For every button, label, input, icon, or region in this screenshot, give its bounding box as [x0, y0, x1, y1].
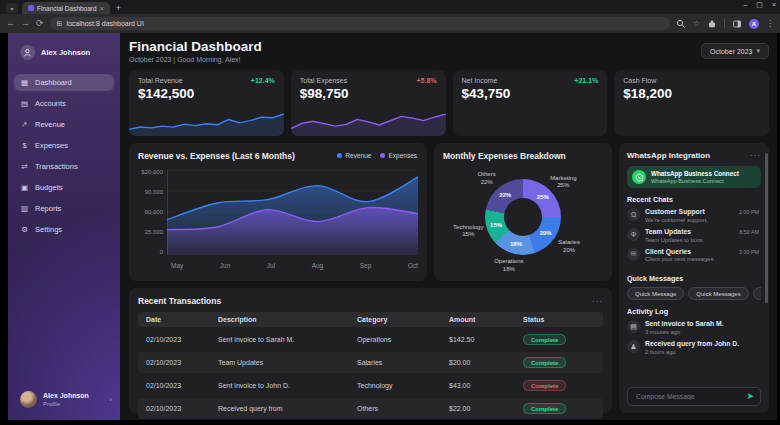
- table-row[interactable]: 02/10/2023Sent invoice to Sarah M.Operat…: [138, 329, 603, 350]
- person-icon: ♟: [627, 340, 640, 353]
- stat-value: $43,750: [462, 86, 599, 101]
- tab-search-chevron-icon[interactable]: [6, 3, 18, 13]
- stat-card-top: Net Income+21.1%: [462, 77, 599, 84]
- cell-amount: $43.00: [449, 382, 523, 389]
- sidebar-item-settings[interactable]: ⚙Settings: [14, 221, 114, 238]
- reload-icon[interactable]: ⟳: [36, 19, 44, 28]
- url-bar[interactable]: localhost:8 dashboard UI: [50, 17, 670, 30]
- sidebar-item-transactions[interactable]: ⇄Transactions: [14, 158, 114, 175]
- whatsapp-title: WhatsApp Integration: [627, 151, 710, 160]
- side-panel-icon[interactable]: [732, 19, 742, 29]
- quick-message-pill[interactable]: Quick Messages: [688, 287, 748, 300]
- period-dropdown[interactable]: October 2023: [701, 43, 769, 59]
- stat-value: $18,200: [623, 86, 760, 101]
- y-tick-label: 25,000: [145, 229, 163, 235]
- page-title: Financial Dashboard: [129, 39, 262, 54]
- new-tab-button[interactable]: [116, 4, 121, 13]
- area-chart: [167, 169, 418, 255]
- x-tick-label: Jul: [267, 262, 275, 269]
- status-badge: Complete: [523, 380, 566, 391]
- sidebar-item-accounts[interactable]: ▤Accounts: [14, 95, 114, 112]
- activity-text: Sent invoice to Sarah M.: [645, 320, 724, 329]
- browser-menu-icon[interactable]: [766, 19, 774, 28]
- grid-icon: ▦: [20, 78, 29, 87]
- quick-messages-heading: Quick Messages: [627, 274, 761, 283]
- forward-icon[interactable]: →: [21, 19, 30, 28]
- send-icon[interactable]: [746, 392, 754, 401]
- extensions-icon[interactable]: [707, 19, 717, 29]
- bookmark-star-icon[interactable]: ☆: [693, 20, 700, 28]
- activity-text: Received query from John D.: [645, 340, 739, 349]
- donut-slice-label: Marketing25%: [550, 174, 576, 189]
- maximize-icon[interactable]: ▢: [756, 1, 763, 9]
- cell-category: Salaries: [357, 359, 449, 366]
- chat-item-customer-support[interactable]: ΩCustomer SupportWe're customer support.…: [627, 208, 761, 223]
- cell-amount: $142.50: [449, 336, 523, 343]
- cell-description: Sent invoice to Sarah M.: [218, 336, 357, 343]
- site-info-icon[interactable]: [57, 20, 63, 28]
- sidebar-item-label: Expenses: [35, 141, 68, 150]
- chat-item-team-updates[interactable]: ΦTeam UpdatesTeam Updates to bons.8:50 A…: [627, 228, 761, 243]
- chat-item-client-queries[interactable]: ✉Client QueriesClient your next messages…: [627, 248, 761, 263]
- legend-dot-revenue-icon: [337, 153, 342, 158]
- activity-time: 3 moutes ago: [645, 329, 724, 335]
- minimize-icon[interactable]: –: [743, 1, 747, 9]
- tab-close-icon[interactable]: [100, 5, 104, 12]
- activity-item: ▤Sent invoice to Sarah M.3 moutes ago: [627, 320, 761, 335]
- sidebar-item-reports[interactable]: ▥Reports: [14, 200, 114, 217]
- sidebar-item-label: Budgets: [35, 183, 63, 192]
- table-row[interactable]: 02/10/2023Sent invoice to John D.Technol…: [138, 375, 603, 396]
- transactions-menu-icon[interactable]: ···: [592, 297, 603, 306]
- back-icon[interactable]: ←: [6, 19, 15, 28]
- close-icon[interactable]: ×: [772, 1, 776, 9]
- sidebar-profile[interactable]: Alex Johnson Profile: [8, 381, 120, 420]
- scrollbar-thumb[interactable]: [765, 153, 768, 303]
- table-row[interactable]: 02/10/2023Received query fromOthers$22.0…: [138, 398, 603, 419]
- table-row[interactable]: 02/10/2023Team UpdatesSalaries$20.00Comp…: [138, 352, 603, 373]
- sidebar-item-expenses[interactable]: $Expenses: [14, 137, 114, 154]
- whatsapp-icon: [632, 170, 646, 184]
- legend-dot-expenses-icon: [380, 153, 385, 158]
- body-row: Revenue vs. Expenses (Last 6 Months) Rev…: [129, 143, 769, 413]
- x-tick-label: Sep: [360, 262, 372, 269]
- chevron-right-icon: [109, 395, 112, 404]
- sidebar-item-label: Reports: [35, 204, 61, 213]
- chart-legend: Revenue Expenses: [337, 152, 417, 159]
- sidebar-item-label: Revenue: [35, 120, 65, 129]
- transfer-icon: ⇄: [20, 162, 29, 171]
- banner-title: WhatsApp Business Connect: [651, 170, 739, 178]
- browser-avatar[interactable]: A: [749, 19, 759, 29]
- recent-transactions-card: Recent Transactions ··· DateDescriptionC…: [129, 288, 612, 413]
- main-content: Financial Dashboard October 2023 | Good …: [120, 33, 777, 420]
- y-tick-label: $20,000: [141, 169, 163, 175]
- sidebar-item-budgets[interactable]: ▣Budgets: [14, 179, 114, 196]
- cell-description: Sent invoice to John D.: [218, 382, 357, 389]
- zoom-icon[interactable]: [676, 19, 686, 29]
- quick-message-pill[interactable]: Quick Messages: [753, 287, 761, 300]
- stat-card-total-revenue: Total Revenue+12.4%$142,500: [129, 70, 284, 136]
- whatsapp-connect-banner[interactable]: WhatsApp Business Connect WhatsApp Busin…: [627, 166, 761, 188]
- browser-tab[interactable]: Financial Dashboard: [22, 2, 110, 14]
- status-badge: Complete: [523, 403, 566, 414]
- column-header-status: Status: [523, 316, 595, 323]
- quick-message-pill[interactable]: Quick Message: [627, 287, 684, 300]
- trend-icon: ↗: [20, 120, 29, 129]
- sidebar-item-dashboard[interactable]: ▦Dashboard: [14, 74, 114, 91]
- browser-toolbar: ← → ⟳ localhost:8 dashboard UI ☆ A: [0, 14, 780, 33]
- whatsapp-menu-icon[interactable]: ···: [750, 151, 761, 160]
- sidebar-item-revenue[interactable]: ↗Revenue: [14, 116, 114, 133]
- browser-chrome: Financial Dashboard – ▢ × ← → ⟳ localhos…: [0, 0, 780, 33]
- compose-input[interactable]: [634, 392, 742, 401]
- favicon-icon: [28, 5, 34, 11]
- stat-label: Cash Flow: [623, 77, 656, 84]
- chat-time: 3:30 PM: [739, 249, 759, 255]
- sidebar: Alex Johnson ▦Dashboard▤Accounts↗Revenue…: [8, 33, 120, 420]
- stats-row: Total Revenue+12.4%$142,500Total Expense…: [129, 70, 769, 136]
- cell-category: Technology: [357, 382, 449, 389]
- activity-log-list: ▤Sent invoice to Sarah M.3 moutes ago♟Re…: [627, 320, 761, 360]
- column-header-description: Description: [218, 316, 357, 323]
- dollar-icon: $: [20, 141, 29, 150]
- column-header-date: Date: [146, 316, 218, 323]
- stat-change: +21.1%: [574, 77, 598, 84]
- window-controls: – ▢ ×: [743, 1, 776, 9]
